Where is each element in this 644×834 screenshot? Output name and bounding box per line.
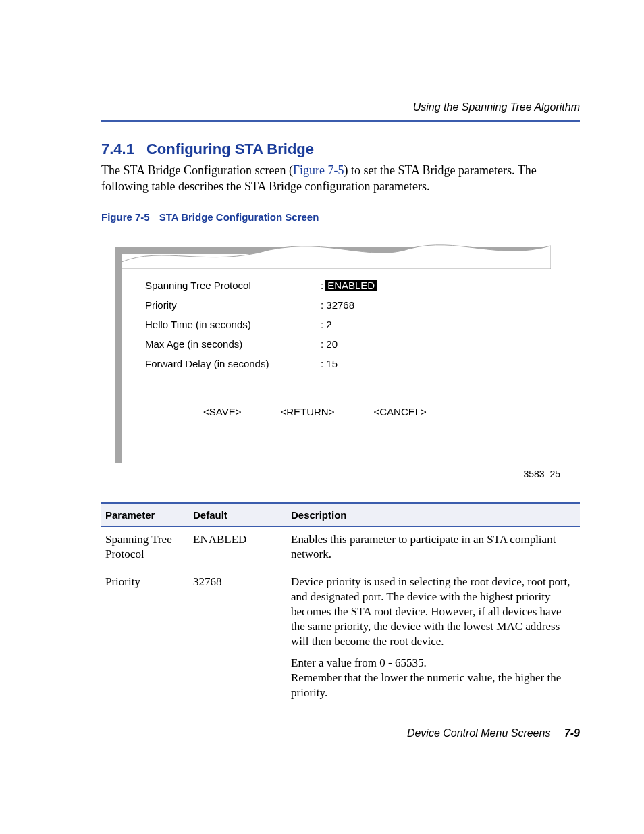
- footer-text: Device Control Menu Screens: [407, 727, 551, 739]
- figure-content: Spanning Tree Protocol :ENABLED Priority…: [145, 280, 537, 452]
- table-row: Enter a value from 0 - 65535. Remember t…: [101, 650, 580, 708]
- cancel-button[interactable]: <CANCEL>: [373, 406, 426, 417]
- section-heading: 7.4.1Configuring STA Bridge: [101, 140, 580, 158]
- table-row: Spanning Tree Protocol ENABLED Enables t…: [101, 526, 580, 569]
- cell-parameter: Priority: [101, 569, 189, 650]
- intro-pre: The STA Bridge Configuration screen (: [101, 163, 293, 177]
- parameter-table: Parameter Default Description Spanning T…: [101, 502, 580, 708]
- config-label: Priority: [145, 299, 321, 311]
- config-value-highlight: :ENABLED: [321, 280, 377, 291]
- config-row: Spanning Tree Protocol :ENABLED: [145, 280, 537, 291]
- config-value-text: 20: [326, 338, 338, 350]
- colon: :: [321, 280, 323, 291]
- enabled-badge: ENABLED: [325, 280, 377, 291]
- config-value: : 15: [321, 358, 338, 369]
- footer-page-number: 7-9: [564, 727, 580, 739]
- figure-title: STA Bridge Configuration Screen: [159, 211, 319, 223]
- col-header-description: Description: [287, 503, 580, 527]
- config-row: Max Age (in seconds) : 20: [145, 338, 537, 350]
- return-button[interactable]: <RETURN>: [280, 406, 334, 417]
- config-row: Hello Time (in seconds) : 2: [145, 319, 537, 330]
- config-value-text: 2: [326, 319, 331, 330]
- section-title: Configuring STA Bridge: [146, 140, 314, 157]
- col-header-default: Default: [189, 503, 287, 527]
- figure-panel: Spanning Tree Protocol :ENABLED Priority…: [122, 254, 551, 466]
- config-label: Forward Delay (in seconds): [145, 358, 321, 369]
- cell-default: [189, 650, 287, 708]
- cell-parameter: [101, 650, 189, 708]
- cell-parameter: Spanning Tree Protocol: [101, 526, 189, 569]
- cell-description: Device priority is used in selecting the…: [287, 569, 580, 650]
- config-row: Forward Delay (in seconds) : 15: [145, 358, 537, 369]
- figure-button-row: <SAVE> <RETURN> <CANCEL>: [145, 406, 537, 417]
- table-row: Priority 32768 Device priority is used i…: [101, 569, 580, 650]
- table-header-row: Parameter Default Description: [101, 503, 580, 527]
- page-footer: Device Control Menu Screens 7-9: [407, 727, 580, 739]
- torn-edge-icon: [122, 242, 551, 269]
- config-label: Max Age (in seconds): [145, 338, 321, 350]
- page-header: Using the Spanning Tree Algorithm: [101, 101, 580, 122]
- config-value: : 2: [321, 319, 332, 330]
- config-value-text: 32768: [326, 299, 354, 311]
- config-label: Hello Time (in seconds): [145, 319, 321, 330]
- config-value: : 32768: [321, 299, 354, 311]
- cell-default: 32768: [189, 569, 287, 650]
- cell-description: Enter a value from 0 - 65535. Remember t…: [287, 650, 580, 708]
- cell-default: ENABLED: [189, 526, 287, 569]
- page: Using the Spanning Tree Algorithm 7.4.1C…: [0, 0, 644, 834]
- figure-number: Figure 7-5: [101, 211, 150, 223]
- col-header-parameter: Parameter: [101, 503, 189, 527]
- intro-paragraph: The STA Bridge Configuration screen (Fig…: [101, 162, 580, 195]
- figure-caption: Figure 7-5STA Bridge Configuration Scree…: [101, 211, 580, 223]
- figure-reference-link[interactable]: Figure 7-5: [293, 163, 344, 177]
- config-value: : 20: [321, 338, 338, 350]
- config-value-text: 15: [326, 358, 338, 369]
- section-number: 7.4.1: [101, 140, 134, 157]
- save-button[interactable]: <SAVE>: [203, 406, 241, 417]
- cell-description: Enables this parameter to participate in…: [287, 526, 580, 569]
- running-title: Using the Spanning Tree Algorithm: [413, 101, 580, 113]
- figure-code: 3583_25: [115, 469, 560, 479]
- config-label: Spanning Tree Protocol: [145, 280, 321, 291]
- config-row: Priority : 32768: [145, 299, 537, 311]
- figure-box: Spanning Tree Protocol :ENABLED Priority…: [115, 247, 547, 463]
